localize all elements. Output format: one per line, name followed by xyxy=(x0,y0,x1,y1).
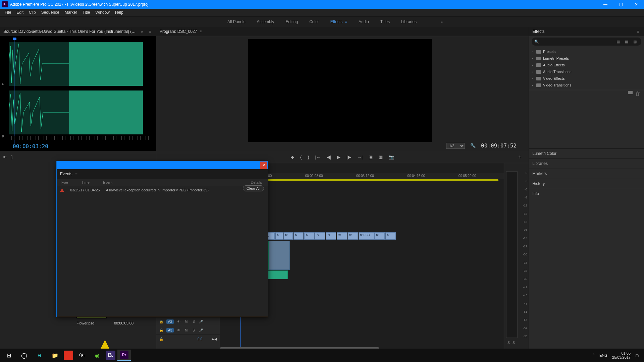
effects-panel-tab[interactable]: Effects ≡ xyxy=(529,27,644,36)
play-icon[interactable]: ▶ xyxy=(337,155,340,160)
go-to-in-icon[interactable]: |← xyxy=(315,155,321,160)
notifications-icon[interactable]: ▢ xyxy=(635,353,639,358)
source-overflow-icon[interactable]: » ≡ xyxy=(141,29,153,34)
mark-in-icon[interactable]: { xyxy=(300,155,302,160)
source-monitor[interactable]: L R 00:00:03:20 xyxy=(0,36,156,151)
video-clip[interactable]: fx xyxy=(326,232,336,240)
program-panel-tab[interactable]: Program: DSC_0027 ≡ xyxy=(156,27,529,36)
menu-sequence[interactable]: Sequence xyxy=(39,9,62,15)
ws-editing[interactable]: Editing xyxy=(285,19,298,24)
ws-color[interactable]: Color xyxy=(309,19,319,24)
source-ruler[interactable] xyxy=(9,136,152,140)
step-back-icon[interactable]: ◀| xyxy=(327,155,331,160)
events-tab[interactable]: Events ≡ xyxy=(57,169,268,179)
playback-resolution[interactable]: 1/2 xyxy=(446,143,465,149)
audio-clip[interactable] xyxy=(269,241,290,270)
start-button[interactable]: ⊞ xyxy=(2,350,15,361)
app-icon-green[interactable]: ◉ xyxy=(91,350,104,361)
tray-lang[interactable]: ENG xyxy=(599,353,607,357)
effects-category[interactable]: ›Presets xyxy=(532,48,641,55)
col-details[interactable]: Details xyxy=(251,180,262,184)
clear-all-button[interactable]: Clear All xyxy=(243,185,264,191)
step-forward-icon[interactable]: |▶ xyxy=(346,155,351,160)
video-clip[interactable]: fx xyxy=(293,232,304,240)
audio-track-a2[interactable] xyxy=(240,270,498,279)
ws-overflow-icon[interactable]: » xyxy=(441,20,443,24)
effects-category[interactable]: ›Audio Transitions xyxy=(532,68,641,75)
solo-label[interactable]: S S xyxy=(507,341,515,345)
mark-out-icon[interactable]: } xyxy=(11,155,13,159)
bin-item-name[interactable]: Flower.psd xyxy=(76,321,94,325)
master-header[interactable]: 🔒0.0▶◀ xyxy=(156,335,220,343)
video-clip[interactable]: fx xyxy=(283,232,293,240)
source-playhead[interactable] xyxy=(14,39,21,144)
premiere-taskbar-icon[interactable]: Pr xyxy=(117,350,131,361)
effects-category[interactable]: ›Video Effects xyxy=(532,75,641,82)
effects-category[interactable]: ›Audio Effects xyxy=(532,62,641,68)
ws-libraries[interactable]: Libraries xyxy=(401,19,417,24)
video-clip[interactable]: fx xyxy=(275,232,283,240)
ws-titles[interactable]: Titles xyxy=(380,19,390,24)
menu-edit[interactable]: Edit xyxy=(14,9,26,15)
add-marker-icon[interactable]: ◆ xyxy=(291,155,294,160)
effects-category[interactable]: ›Video Transitions xyxy=(532,82,641,88)
cortana-icon[interactable]: ◯ xyxy=(17,350,31,361)
tray-chevron-icon[interactable]: ˄ xyxy=(593,353,595,358)
section-lumetri[interactable]: Lumetri Color xyxy=(529,148,644,159)
effects-search[interactable]: 🔍 ▦ ▦ ▦ xyxy=(532,38,641,46)
offline-warning-icon[interactable] xyxy=(101,340,109,349)
extract-icon[interactable]: ▦ xyxy=(379,155,383,160)
track-a2-header[interactable]: 🔒A2👁MS🎤 xyxy=(156,317,220,326)
minimize-button[interactable]: — xyxy=(598,0,613,9)
program-monitor[interactable]: 1/2 🔧 00:09:07:52 xyxy=(156,36,529,151)
explorer-icon[interactable]: 📁 xyxy=(48,350,62,361)
lift-icon[interactable]: ▣ xyxy=(369,155,373,160)
store-icon[interactable]: 🛍 xyxy=(75,350,89,361)
ws-assembly[interactable]: Assembly xyxy=(257,19,274,24)
events-close-button[interactable]: ✕ xyxy=(260,162,267,169)
mark-in-icon[interactable]: ⇤ xyxy=(3,155,7,159)
section-info[interactable]: Info xyxy=(529,189,644,199)
program-timecode[interactable]: 00:09:07:52 xyxy=(481,142,517,149)
effects-category[interactable]: ›Lumetri Presets xyxy=(532,55,641,62)
delete-icon[interactable]: 🗑 xyxy=(635,91,641,97)
col-type[interactable]: Type xyxy=(60,180,68,184)
menu-clip[interactable]: Clip xyxy=(26,9,39,15)
video-clip[interactable]: fx xyxy=(337,232,347,240)
app-icon-b[interactable]: B. xyxy=(106,351,115,360)
col-time[interactable]: Time xyxy=(82,180,90,184)
effects-tree[interactable]: ›Presets›Lumetri Presets›Audio Effects›A… xyxy=(529,47,644,90)
go-to-out-icon[interactable]: →| xyxy=(357,155,363,160)
event-row[interactable]: 03/25/17 01:04:25 A low-level exception … xyxy=(57,186,268,194)
menu-marker[interactable]: Marker xyxy=(62,9,80,15)
menu-file[interactable]: File xyxy=(2,9,14,15)
source-panel-tab[interactable]: Source: DavidGuetta-David Guetta - This … xyxy=(0,27,156,36)
effects-filter-icons[interactable]: ▦ ▦ ▦ xyxy=(616,40,639,44)
events-menu-icon[interactable]: ≡ xyxy=(75,172,77,176)
section-libraries[interactable]: Libraries xyxy=(529,159,644,169)
work-area-bar[interactable] xyxy=(240,179,498,181)
video-clip[interactable]: fx DSC xyxy=(359,232,374,240)
ws-effects[interactable]: Effects ≡ xyxy=(330,19,347,24)
video-clip[interactable]: fx xyxy=(374,232,385,240)
wrench-icon[interactable]: 🔧 xyxy=(470,143,476,148)
ws-audio[interactable]: Audio xyxy=(359,19,369,24)
effects-search-input[interactable] xyxy=(541,39,616,44)
menu-window[interactable]: Window xyxy=(93,9,112,15)
close-button[interactable]: ✕ xyxy=(629,0,644,9)
video-clip[interactable]: fx xyxy=(315,232,325,240)
menu-title[interactable]: Title xyxy=(80,9,93,15)
menu-help[interactable]: Help xyxy=(112,9,126,15)
new-bin-icon[interactable] xyxy=(628,91,633,94)
tray-clock[interactable]: 01:0525/03/2017 xyxy=(612,351,631,359)
audio-track-a1[interactable] xyxy=(240,241,498,270)
section-history[interactable]: History xyxy=(529,179,644,189)
video-clip[interactable]: fx xyxy=(385,232,396,240)
col-event[interactable]: Event xyxy=(103,180,112,184)
section-markers[interactable]: Markers xyxy=(529,169,644,179)
app-icon-red[interactable] xyxy=(64,351,73,360)
maximize-button[interactable]: ▢ xyxy=(613,0,629,9)
video-clip[interactable]: fx xyxy=(304,232,315,240)
track-a3-header[interactable]: 🔒A3👁MS🎤 xyxy=(156,326,220,335)
system-tray[interactable]: ˄ ENG 01:0525/03/2017 ▢ xyxy=(593,351,642,359)
